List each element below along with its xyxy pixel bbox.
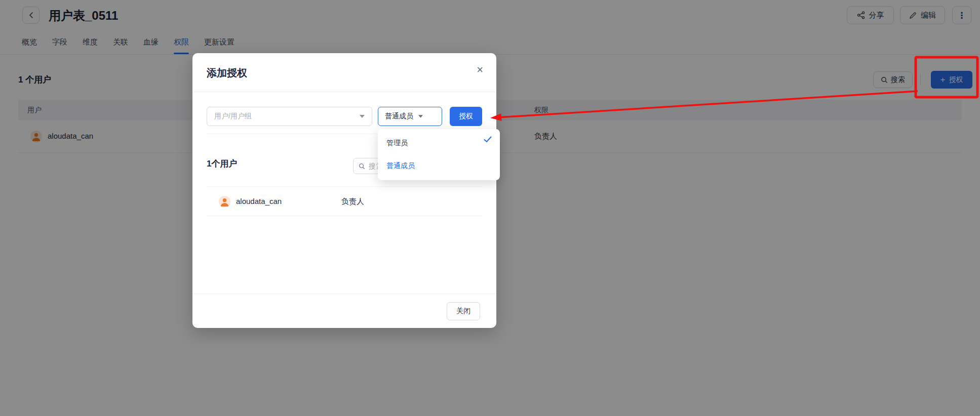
user-name: aloudata_can (236, 197, 282, 205)
dropdown-option-member-label: 普通成员 (386, 161, 415, 171)
user-avatar (219, 196, 230, 207)
modal-header: 添加授权 × (192, 53, 496, 92)
app-window: 用户表_0511 分享 编辑 ⋮ 概览 字段 维度 关联 血缘 权限 更新设置 … (0, 0, 980, 416)
dropdown-option-admin[interactable]: 管理员 (378, 133, 500, 154)
search-icon (359, 163, 365, 170)
add-authorization-modal: 添加授权 × 用户/用户组 普通成员 授权 1个用户 (192, 53, 496, 328)
role-select-value: 普通成员 (385, 112, 413, 121)
role-dropdown-menu: 管理员 普通成员 (378, 129, 500, 180)
modal-list-item: aloudata_can 负责人 (207, 186, 482, 216)
modal-title: 添加授权 (207, 66, 247, 80)
footer-divider (192, 294, 496, 294)
caret-down-icon (418, 115, 423, 118)
modal-close-button[interactable]: 关闭 (447, 302, 480, 320)
role-select[interactable]: 普通成员 (378, 107, 442, 126)
user-permission: 负责人 (341, 197, 364, 206)
user-group-placeholder: 用户/用户组 (214, 112, 360, 121)
modal-authorize-button[interactable]: 授权 (450, 107, 482, 126)
dropdown-option-member[interactable]: 普通成员 (378, 155, 500, 177)
check-icon (484, 136, 492, 143)
modal-user-count: 1个用户 (207, 158, 237, 170)
caret-down-icon (360, 115, 365, 118)
user-group-select[interactable]: 用户/用户组 (207, 107, 372, 126)
close-icon[interactable]: × (477, 64, 483, 75)
